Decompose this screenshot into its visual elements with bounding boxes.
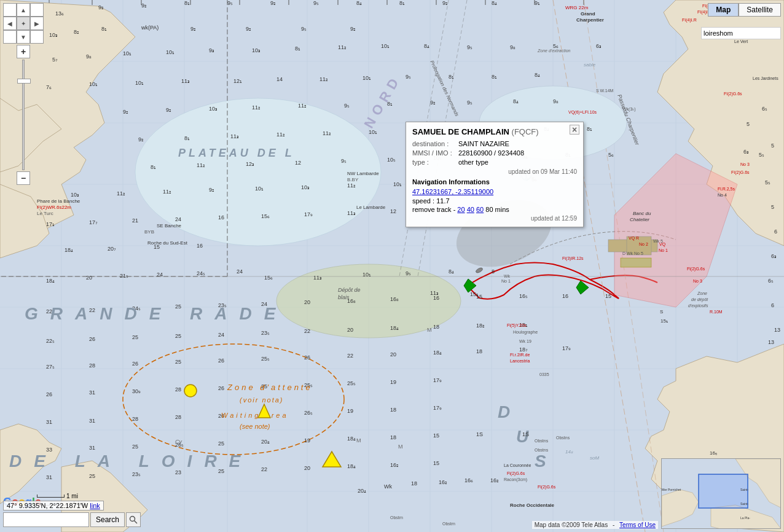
svg-text:d'explosifs: d'explosifs xyxy=(688,303,708,308)
svg-text:25₅: 25₅ xyxy=(261,356,270,362)
svg-text:11₂: 11₂ xyxy=(163,189,171,195)
svg-text:13: 13 xyxy=(774,327,780,333)
svg-text:16: 16 xyxy=(218,214,224,221)
svg-text:14₈: 14₈ xyxy=(565,449,573,455)
zoom-in-button[interactable]: + xyxy=(17,45,30,58)
svg-text:10₁: 10₁ xyxy=(135,80,144,86)
svg-text:20: 20 xyxy=(86,275,92,281)
svg-text:S: S xyxy=(535,452,555,471)
svg-text:Wk(3₅): Wk(3₅) xyxy=(622,107,636,112)
loireshom-input[interactable] xyxy=(701,27,781,39)
loireshom-container xyxy=(701,27,781,39)
svg-text:18: 18 xyxy=(433,324,439,330)
svg-text:18₄: 18₄ xyxy=(390,325,399,331)
popup-destination-label: destination : xyxy=(412,140,458,147)
popup-track-20[interactable]: 20 xyxy=(457,206,465,213)
svg-text:6₅: 6₅ xyxy=(762,106,767,112)
svg-text:20₄: 20₄ xyxy=(261,439,270,445)
popup-updated-text: updated on 09 Mar 11:40 xyxy=(412,168,577,175)
nav-arrow-nw[interactable] xyxy=(3,3,17,17)
svg-text:M: M xyxy=(427,327,432,333)
nav-arrow-sw[interactable] xyxy=(3,30,17,44)
nav-arrow-s[interactable]: ▼ xyxy=(17,30,30,44)
svg-text:9₃: 9₃ xyxy=(209,47,214,53)
coords-link[interactable]: link xyxy=(90,502,100,509)
svg-text:18: 18 xyxy=(390,434,396,440)
svg-text:22₅: 22₅ xyxy=(46,338,55,344)
popup-coords-link[interactable]: 47.16231667, -2.35119000 xyxy=(412,188,493,195)
svg-text:8₁: 8₁ xyxy=(449,74,454,80)
svg-text:20: 20 xyxy=(347,327,353,333)
map-toggle-button[interactable]: Map xyxy=(708,3,739,17)
nav-arrow-n[interactable]: ▲ xyxy=(17,3,30,17)
svg-text:6₃: 6₃ xyxy=(596,43,602,49)
attribution-text: Map data ©2009 Tele Atlas xyxy=(535,522,608,528)
svg-text:11₂: 11₂ xyxy=(252,104,261,111)
nav-arrow-se[interactable] xyxy=(30,30,44,44)
svg-text:8₄: 8₄ xyxy=(535,72,540,78)
map-svg: 13₆ 9₂ 9₂ 8₁ 9₅ 9₂ 9₅ 8₄ 8₁ 9₂ 8₄ 9₁ 10₃… xyxy=(0,0,784,532)
nav-arrow-ne[interactable] xyxy=(30,3,44,17)
svg-text:26: 26 xyxy=(218,385,224,391)
svg-text:15₆: 15₆ xyxy=(261,213,270,219)
svg-text:18₇: 18₇ xyxy=(519,346,528,353)
zoom-out-button[interactable]: − xyxy=(17,171,30,185)
map-container[interactable]: 13₆ 9₂ 9₂ 8₁ 9₅ 9₂ 9₅ 8₄ 8₁ 9₂ 8₄ 9₁ 10₃… xyxy=(0,0,784,532)
svg-text:Saint-: Saint- xyxy=(740,488,748,491)
svg-text:27₅: 27₅ xyxy=(46,364,55,370)
svg-text:9₂: 9₂ xyxy=(166,107,171,113)
mini-map[interactable]: Mer Pornichet Saint- Saint- La Pla- xyxy=(661,458,781,529)
svg-text:11₃: 11₃ xyxy=(430,290,439,296)
svg-text:18₄: 18₄ xyxy=(347,436,356,442)
svg-text:9₂: 9₂ xyxy=(98,4,104,10)
svg-text:6: 6 xyxy=(771,302,774,308)
svg-text:25: 25 xyxy=(89,473,95,479)
nav-arrow-w[interactable]: ◀ xyxy=(3,17,17,30)
svg-text:16₈: 16₈ xyxy=(390,296,399,302)
svg-text:9₂: 9₂ xyxy=(270,0,276,6)
svg-text:31: 31 xyxy=(46,419,52,425)
search-icon xyxy=(129,515,138,524)
terms-link[interactable]: Terms of Use xyxy=(619,522,656,528)
search-button[interactable]: Search xyxy=(90,512,125,527)
svg-text:25: 25 xyxy=(175,333,181,339)
svg-text:Fl(5)Y.20s: Fl(5)Y.20s xyxy=(507,323,527,328)
svg-text:Wk 5: Wk 5 xyxy=(653,239,663,243)
svg-text:24₅: 24₅ xyxy=(197,270,205,276)
nav-center: ✦ xyxy=(17,17,30,30)
svg-text:19: 19 xyxy=(390,379,396,385)
svg-text:Fl.r.2IR.de: Fl.r.2IR.de xyxy=(510,353,530,357)
svg-text:soM: soM xyxy=(590,455,599,461)
zoom-thumb[interactable] xyxy=(17,79,31,84)
svg-text:No 3: No 3 xyxy=(693,279,702,283)
popup-track-40[interactable]: 40 xyxy=(467,206,474,213)
zoom-slider[interactable] xyxy=(17,60,30,170)
svg-text:Fl(2)WR.6s22m: Fl(2)WR.6s22m xyxy=(37,205,71,210)
svg-text:11₂: 11₂ xyxy=(197,162,205,168)
svg-text:No 1: No 1 xyxy=(501,279,511,283)
popup-close-button[interactable]: × xyxy=(570,125,579,135)
svg-text:9₂: 9₂ xyxy=(350,26,356,32)
svg-text:9₅: 9₅ xyxy=(467,100,472,106)
svg-text:11₂: 11₂ xyxy=(338,44,347,50)
svg-text:12: 12 xyxy=(295,160,301,166)
svg-text:Chatelier: Chatelier xyxy=(630,217,649,222)
nav-arrow-e[interactable]: ▶ xyxy=(30,17,44,30)
svg-text:23₅: 23₅ xyxy=(132,471,141,477)
svg-text:17₉: 17₉ xyxy=(433,377,442,383)
svg-text:Phare de la Banche: Phare de la Banche xyxy=(37,198,80,204)
svg-line-365 xyxy=(135,521,138,524)
satellite-toggle-button[interactable]: Satellite xyxy=(739,3,781,17)
search-input[interactable] xyxy=(3,512,89,527)
svg-text:9₅: 9₅ xyxy=(344,103,350,109)
svg-text:de dépôt: de dépôt xyxy=(691,297,708,302)
svg-text:D Wk No 5: D Wk No 5 xyxy=(622,251,643,256)
svg-text:10₁: 10₁ xyxy=(166,49,174,55)
svg-text:20: 20 xyxy=(304,465,310,471)
zoom-controls: ▲ ◀ ✦ ▶ ▼ + − xyxy=(3,3,44,185)
svg-text:30₉: 30₉ xyxy=(132,388,141,394)
svg-text:20: 20 xyxy=(304,299,310,305)
svg-text:15: 15 xyxy=(605,293,611,299)
popup-track-60[interactable]: 60 xyxy=(476,206,484,213)
search-magnifier-button[interactable] xyxy=(126,512,141,527)
